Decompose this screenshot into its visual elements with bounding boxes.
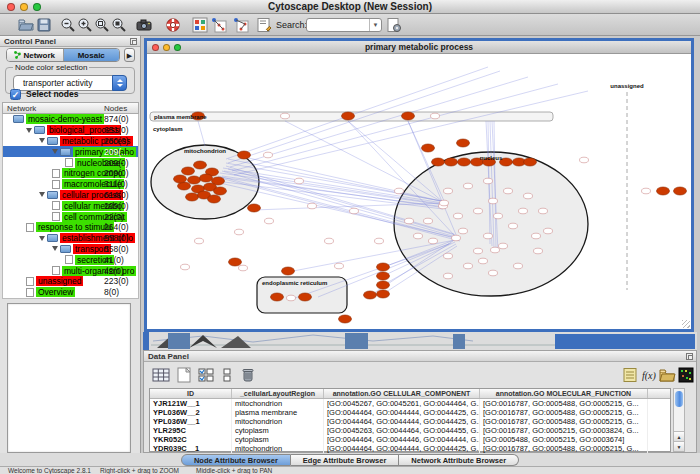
tab-network-attribute-browser[interactable]: Network Attribute Browser [399,454,519,466]
frame-close-button[interactable] [152,44,159,51]
frame-zoom-button[interactable] [174,44,181,51]
col-id[interactable]: ID [150,389,232,398]
tree-row-mosaic-demo-yeast[interactable]: mosaic-demo-yeast874(0) [3,114,138,125]
function-builder-icon[interactable]: f(x) [640,366,658,384]
gene-node [580,157,589,163]
zoom-selected-icon[interactable] [111,17,127,33]
tab-node-attribute-browser[interactable]: Node Attribute Browser [181,454,291,466]
selected-gene-node [339,315,352,323]
unselect-attributes-icon[interactable] [219,366,237,384]
select-nodes-checkbox[interactable]: ✓ [10,89,21,100]
tree-row-nucleobase-[interactable]: nucleobase-209(0) [3,157,138,168]
tree-row-biological-process[interactable]: biological_process651(0) [3,125,138,136]
zoom-button[interactable] [33,3,41,11]
tree-row-establishment-of-lo[interactable]: establishment of lo558(0) [3,233,138,244]
network-canvas[interactable]: plasma membranecytoplasmmitochondrionnuc… [147,54,691,329]
search-options-icon[interactable] [386,17,402,33]
cell: YKR052C [150,435,232,444]
col-go-cellular-component[interactable]: annotation.GO CELLULAR_COMPONENT [324,389,480,398]
zoom-fit-icon[interactable] [94,17,110,33]
notes-icon[interactable] [621,366,639,384]
tree-row-nitrogen-compo[interactable]: nitrogen compo209(0) [3,168,138,179]
tree-row-secretion[interactable]: secretion41(0) [3,254,138,265]
tab-mosaic[interactable]: Mosaic [64,49,120,61]
expand-triangle-icon[interactable] [39,192,45,197]
tree-row-multi-organism-pro[interactable]: multi-organism pro42(0) [3,265,138,276]
tree-row-cellular-metabo[interactable]: cellular metabo209(0) [3,200,138,211]
expand-triangle-icon[interactable] [52,149,58,154]
control-panel: Control Panel Network Mosaic ▶ Node colo… [0,36,141,466]
table-row[interactable]: YPL036W__1mitochondrion[GO:0044464, GO:0… [150,417,670,426]
data-panel-toolbar: f(x) [144,363,696,387]
zoom-out-icon[interactable] [60,17,76,33]
expand-triangle-icon[interactable] [52,246,58,251]
gene-node [444,188,453,194]
help-lifesaver-icon[interactable] [165,17,181,33]
folder-icon [13,115,24,123]
create-attribute-icon[interactable] [175,366,193,384]
scroll-down-icon[interactable]: ▼ [674,441,684,451]
gene-node [489,198,498,204]
table-row[interactable]: YDR039C__1mitochondrion[GO:0044464, GO:0… [150,444,670,453]
frame-minimize-button[interactable] [163,44,170,51]
table-row[interactable]: YPL036W__2plasma membrane[GO:0044464, GO… [150,408,670,417]
delete-attribute-trash-icon[interactable] [239,366,257,384]
table-row[interactable]: YLR295Ccytoplasm[GO:0045263, GO:0044464,… [150,426,670,435]
float-panel-icon[interactable] [130,38,137,45]
selected-gene-node [174,175,187,183]
tree-row-primary-metabo[interactable]: primary metabo209(... [3,146,138,157]
group-label: Node color selection [13,63,89,72]
float-panel-icon[interactable] [686,353,693,360]
birdseye-view[interactable] [7,303,131,453]
attribute-matrix-icon[interactable] [677,366,695,384]
zoom-in-icon[interactable] [77,17,93,33]
expand-triangle-icon[interactable] [39,138,45,143]
paste-network-icon[interactable] [233,17,249,33]
tree-row-metabolic-process[interactable]: metabolic process280(0) [3,136,138,147]
gene-node [308,203,317,209]
snapshot-camera-icon[interactable] [136,17,152,33]
tree-row-unassigned[interactable]: unassigned223(0) [3,276,138,287]
selected-gene-node [214,187,227,195]
more-tabs-button[interactable]: ▶ [124,48,135,62]
gene-node [424,218,433,224]
tree-row-transport[interactable]: transport558(0) [3,244,138,255]
show-attributes-icon[interactable] [152,366,170,384]
save-session-icon[interactable] [36,17,52,33]
resize-grip[interactable] [682,320,690,328]
search-input[interactable] [309,19,367,31]
expand-triangle-icon[interactable] [39,236,45,241]
gene-node [464,263,473,269]
tree-row-cell-communicat[interactable]: cell communicat22(0) [3,211,138,222]
table-row[interactable]: YKR052Ccytoplasm[GO:0044464, GO:0044446,… [150,435,670,444]
open-file-icon[interactable] [18,17,34,33]
copy-network-icon[interactable] [211,17,227,33]
chevron-down-icon[interactable]: ▼ [369,19,381,31]
tab-edge-attribute-browser[interactable]: Edge Attribute Browser [291,454,399,466]
minimize-button[interactable] [20,3,28,11]
table-scrollbar[interactable]: ▲ ▼ [673,388,685,452]
col-cellular-layout-region[interactable]: _cellularLayoutRegion [232,389,324,398]
page-icon [26,223,34,232]
scroll-up-icon[interactable]: ▲ [674,431,684,441]
tree-row-response-to-stimulu[interactable]: response to stimulu264(0) [3,222,138,233]
tree-row-cellular-process[interactable]: cellular process614(0) [3,190,138,201]
close-button[interactable] [7,3,15,11]
annotation-icon[interactable] [256,17,272,33]
tree-row-macromolecule[interactable]: macromolecule311(0) [3,179,138,190]
cell: YLR295C [150,426,232,435]
expand-triangle-icon[interactable] [26,128,32,133]
scrollbar-thumb[interactable] [675,391,683,407]
tree-row-overview[interactable]: Overview8(0) [3,287,138,298]
table-row[interactable]: YJR121W__1mitochondrion[GO:0045267, GO:0… [150,399,670,408]
import-attributes-folder-icon[interactable] [658,366,676,384]
col-go-molecular-function[interactable]: annotation.GO MOLECULAR_FUNCTION [480,389,648,398]
page-icon [26,288,34,297]
tab-network[interactable]: Network [7,49,64,61]
search-box[interactable]: ▼ [306,18,382,32]
cell: YPL036W__2 [150,408,232,417]
network-view-titlebar[interactable]: primary metabolic process [147,41,691,54]
selected-gene-node [238,151,251,159]
vizmapper-icon[interactable] [192,17,208,33]
select-attributes-icon[interactable] [197,366,215,384]
